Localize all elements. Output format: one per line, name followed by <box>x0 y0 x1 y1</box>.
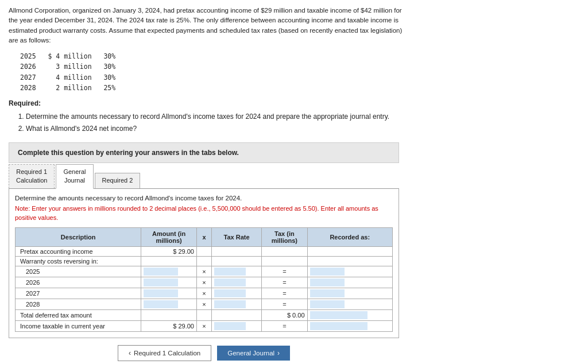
cell-amount-income-taxable: $ 29.00 <box>141 320 197 331</box>
tab-required1-calculation[interactable]: Required 1 Calculation <box>9 164 55 188</box>
input-rate-2027[interactable] <box>214 289 246 297</box>
table-row: Pretax accounting income $ 29.00 <box>16 246 393 256</box>
cell-desc-2028: 2028 <box>16 299 141 309</box>
cell-x-2027: × <box>197 288 212 299</box>
cell-desc-income-taxable: Income taxable in current year <box>16 320 141 331</box>
cell-amount-2025[interactable] <box>141 266 197 277</box>
col-header-tax-rate: Tax Rate <box>212 227 262 246</box>
input-amount-2027[interactable] <box>144 289 178 297</box>
cell-eq-2026: = <box>262 277 307 288</box>
cell-tax-pretax <box>262 246 307 256</box>
cell-amount-2028[interactable] <box>141 299 197 309</box>
cell-x-warranty <box>197 256 212 266</box>
content-header: Determine the amounts necessary to recor… <box>15 195 393 202</box>
cell-recorded-2027[interactable] <box>307 288 392 299</box>
cell-rate-2025[interactable] <box>212 266 262 277</box>
note-text: Note: Enter your answers in millions rou… <box>15 204 393 223</box>
input-tax-2028[interactable] <box>310 300 345 308</box>
input-recorded-income-taxable[interactable] <box>310 322 368 330</box>
cell-desc-total-deferred: Total deferred tax amount <box>16 309 141 320</box>
input-tax-2026[interactable] <box>310 278 345 286</box>
tabs-row: Required 1 Calculation General Journal R… <box>9 164 399 189</box>
cell-desc-2027: 2027 <box>16 288 141 299</box>
forward-button[interactable]: General Journal › <box>217 346 290 361</box>
cell-x-total-deferred <box>197 309 212 320</box>
back-arrow-icon: ‹ <box>129 349 131 357</box>
input-tax-2025[interactable] <box>310 268 345 276</box>
table-row: 2028 × = <box>16 299 393 309</box>
cell-recorded-2028[interactable] <box>307 299 392 309</box>
input-rate-2025[interactable] <box>214 268 246 276</box>
table-row: Warranty costs reversing in: <box>16 256 393 266</box>
forward-button-label: General Journal <box>227 350 274 357</box>
cell-rate-2026[interactable] <box>212 277 262 288</box>
cell-desc-pretax: Pretax accounting income <box>16 246 141 256</box>
cell-eq-income-taxable: = <box>262 320 307 331</box>
cell-rate-2027[interactable] <box>212 288 262 299</box>
input-rate-income-taxable[interactable] <box>214 322 246 330</box>
input-recorded-total-deferred[interactable] <box>310 311 368 319</box>
cell-desc-warranty: Warranty costs reversing in: <box>16 256 141 266</box>
cell-eq-2028: = <box>262 299 307 309</box>
cell-amount-2026[interactable] <box>141 277 197 288</box>
cell-recorded-2025[interactable] <box>307 266 392 277</box>
required-header: Required: <box>9 99 579 107</box>
cell-rate-2028[interactable] <box>212 299 262 309</box>
col-header-amount: Amount (inmillions) <box>141 227 197 246</box>
year-row-2028: 2028 2 million 25% <box>20 83 579 93</box>
cell-amount-warranty <box>141 256 197 266</box>
input-amount-2028[interactable] <box>144 300 178 308</box>
table-row: 2027 × = <box>16 288 393 299</box>
tab-req1-line2: Calculation <box>16 176 47 185</box>
cell-recorded-2026[interactable] <box>307 277 392 288</box>
table-row: Total deferred tax amount $ 0.00 <box>16 309 393 320</box>
forward-arrow-icon: › <box>277 349 280 357</box>
year-row-2026: 2026 3 million 30% <box>20 61 579 72</box>
table-row: 2025 × = <box>16 266 393 277</box>
required-items: Determine the amounts necessary to recor… <box>20 111 579 135</box>
cell-x-2026: × <box>197 277 212 288</box>
back-button-label: Required 1 Calculation <box>134 350 200 357</box>
cell-desc-2025: 2025 <box>16 266 141 277</box>
cell-x-2025: × <box>197 266 212 277</box>
cell-x-income-taxable: × <box>197 320 212 331</box>
table-row: 2026 × = <box>16 277 393 288</box>
col-header-tax: Tax (inmillions) <box>262 227 307 246</box>
input-rate-2028[interactable] <box>214 300 246 308</box>
cell-rate-pretax <box>212 246 262 256</box>
cell-rate-income-taxable[interactable] <box>212 320 262 331</box>
calculation-table: Description Amount (inmillions) x Tax Ra… <box>15 227 393 332</box>
nav-buttons: ‹ Required 1 Calculation General Journal… <box>9 345 399 361</box>
cell-x-2028: × <box>197 299 212 309</box>
cell-amount-pretax: $ 29.00 <box>141 246 197 256</box>
tab-required2[interactable]: Required 2 <box>95 173 141 188</box>
cell-recorded-total-deferred[interactable] <box>307 309 392 320</box>
cell-tax-total-deferred: $ 0.00 <box>262 309 307 320</box>
cell-rate-total-deferred <box>212 309 262 320</box>
tab-general-journal[interactable]: General Journal <box>56 164 93 189</box>
input-amount-2025[interactable] <box>144 268 178 276</box>
input-amount-2026[interactable] <box>144 278 178 286</box>
col-header-description: Description <box>16 227 141 246</box>
year-data-table: 2025 $ 4 million 30% 2026 3 million 30% … <box>20 51 579 94</box>
tab-req1-line1: Required 1 <box>16 168 47 176</box>
required-item-1: Determine the amounts necessary to recor… <box>26 111 579 123</box>
content-area: Determine the amounts necessary to recor… <box>9 189 399 338</box>
cell-rate-warranty <box>212 256 262 266</box>
cell-recorded-pretax <box>307 246 392 256</box>
col-header-x: x <box>197 227 212 246</box>
cell-tax-warranty <box>262 256 307 266</box>
complete-question-box: Complete this question by entering your … <box>9 142 399 163</box>
intro-paragraph: Allmond Corporation, organized on Januar… <box>9 6 405 45</box>
cell-amount-2027[interactable] <box>141 288 197 299</box>
tab-general-line1: General <box>63 168 86 176</box>
cell-x-pretax <box>197 246 212 256</box>
cell-amount-total-deferred <box>141 309 197 320</box>
input-rate-2026[interactable] <box>214 278 246 286</box>
back-button[interactable]: ‹ Required 1 Calculation <box>118 345 211 361</box>
year-row-2025: 2025 $ 4 million 30% <box>20 51 579 61</box>
input-tax-2027[interactable] <box>310 289 345 297</box>
required-item-2: What is Allmond's 2024 net income? <box>26 123 579 135</box>
cell-recorded-income-taxable[interactable] <box>307 320 392 331</box>
cell-recorded-warranty <box>307 256 392 266</box>
